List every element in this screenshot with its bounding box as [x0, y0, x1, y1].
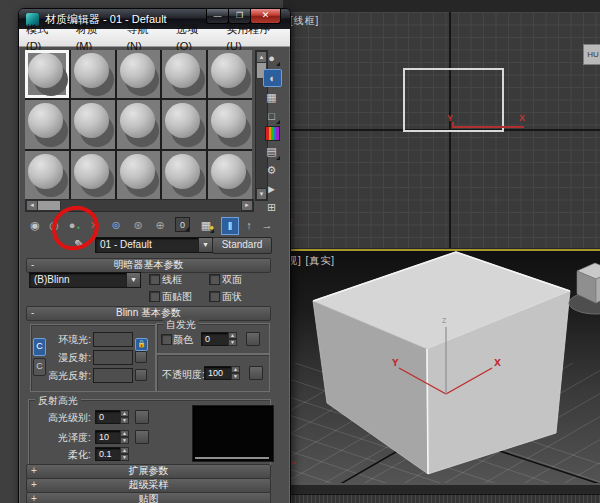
- self-illum-color-checkbox[interactable]: [161, 334, 172, 345]
- material-sample-slot-6[interactable]: [71, 100, 115, 148]
- material-sample-slot-9[interactable]: [208, 100, 252, 148]
- show-map-in-viewport-icon[interactable]: ▦●: [198, 217, 214, 233]
- glossiness-field[interactable]: 10: [95, 430, 122, 444]
- material-sample-slot-4[interactable]: [208, 50, 252, 98]
- soften-label: 柔化:: [68, 448, 91, 462]
- go-to-parent-icon[interactable]: ↑: [241, 217, 257, 233]
- self-illumination-group: 自发光 颜色 0 ▲▼: [156, 323, 270, 354]
- rollout-shader-basic-params[interactable]: - 明暗器基本参数: [26, 258, 271, 273]
- get-material-icon[interactable]: ◉: [27, 217, 43, 233]
- material-name-dropdown[interactable]: 01 - Default ▼: [95, 237, 213, 253]
- glossiness-map-button[interactable]: [135, 430, 149, 444]
- material-sample-slot-1[interactable]: [71, 50, 115, 98]
- collapse-icon[interactable]: -: [31, 307, 34, 319]
- face-map-label: 面贴图: [162, 290, 192, 304]
- collapse-icon[interactable]: -: [31, 259, 34, 271]
- ambient-diffuse-lock-button[interactable]: C: [33, 338, 46, 356]
- icon-glyph: ⊕: [155, 219, 164, 232]
- expand-icon[interactable]: +: [31, 493, 37, 503]
- specular-level-field[interactable]: 0: [95, 410, 122, 424]
- material-sample-slot-5[interactable]: [25, 100, 69, 148]
- specular-level-spinner[interactable]: ▲▼: [120, 410, 129, 424]
- material-id-channel-icon[interactable]: 0: [175, 217, 190, 232]
- icon-glyph: ◉: [30, 219, 40, 232]
- go-forward-to-sibling-icon[interactable]: →: [259, 217, 275, 233]
- color-components-panel: C C 环境光: 🔒 漫反射: 高光反射:: [30, 324, 156, 392]
- rollout-maps[interactable]: + 贴图: [26, 492, 271, 503]
- material-sample-slot-13[interactable]: [162, 151, 206, 199]
- material-map-navigator-icon[interactable]: ⊞: [263, 199, 280, 215]
- material-sample-slot-8[interactable]: [162, 100, 206, 148]
- diffuse-specular-lock-button[interactable]: C: [33, 358, 46, 376]
- opacity-spinner[interactable]: ▲▼: [231, 366, 240, 380]
- select-by-material-icon[interactable]: ►: [263, 181, 280, 197]
- diffuse-map-button[interactable]: [135, 351, 147, 363]
- expand-icon[interactable]: +: [31, 465, 37, 477]
- ambient-label: 环境光:: [58, 333, 91, 347]
- box-object-front-view[interactable]: [403, 68, 504, 132]
- video-color-check-icon[interactable]: [265, 126, 280, 141]
- make-material-copy-icon[interactable]: ⊚: [108, 217, 124, 233]
- rollout-blinn-basic-params[interactable]: - Blinn 基本参数: [26, 306, 271, 321]
- specular-color-swatch[interactable]: [93, 368, 133, 383]
- icon-glyph: ⊛: [133, 219, 142, 232]
- sample-horizontal-scrollbar[interactable]: ◄ ►: [25, 199, 254, 212]
- scene-box-object[interactable]: [313, 252, 570, 474]
- material-type-button[interactable]: Standard: [212, 237, 272, 254]
- make-unique-icon[interactable]: ⊛: [130, 217, 146, 233]
- ambient-color-swatch[interactable]: [93, 332, 133, 347]
- specular-level-map-button[interactable]: [135, 410, 149, 424]
- material-sample-slot-12[interactable]: [117, 151, 161, 199]
- front-viewport[interactable]: ][线框] Y X x HU: [283, 12, 600, 248]
- sample-type-icon[interactable]: ●: [263, 50, 280, 66]
- scroll-right-icon[interactable]: ►: [241, 200, 253, 211]
- self-illum-map-button[interactable]: [246, 332, 260, 346]
- screenshot-root: ][线框] Y X x HU: [0, 0, 600, 503]
- material-sample-slot-2[interactable]: [117, 50, 161, 98]
- material-sample-slot-11[interactable]: [71, 151, 115, 199]
- material-sample-slot-7[interactable]: [117, 100, 161, 148]
- specular-map-button[interactable]: [135, 369, 147, 381]
- ambient-lock-icon[interactable]: 🔒: [135, 338, 148, 351]
- glossiness-spinner[interactable]: ▲▼: [120, 430, 129, 444]
- rollout-supersampling[interactable]: + 超级采样: [26, 478, 271, 493]
- dropdown-arrow-icon[interactable]: ▼: [126, 273, 140, 287]
- material-sample-slot-0[interactable]: [25, 50, 69, 98]
- menu-bar: 模式(D)材质(M)导航(N)选项(O)实用程序(U): [19, 29, 290, 47]
- soften-spinner[interactable]: ▲▼: [120, 447, 129, 461]
- opacity-value-field[interactable]: 100: [204, 366, 233, 380]
- gizmo-z-label: z: [442, 316, 446, 325]
- opacity-group: 不透明度: 100 ▲▼: [156, 354, 270, 392]
- time-trackbar[interactable]: [283, 494, 600, 503]
- soften-field[interactable]: 0.1: [95, 447, 122, 461]
- background-checker-icon[interactable]: ▦: [263, 89, 280, 105]
- show-end-result-icon[interactable]: ‖: [221, 217, 239, 235]
- two-sided-checkbox[interactable]: [209, 274, 220, 285]
- put-to-library-icon[interactable]: ⊕: [152, 217, 168, 233]
- material-options-icon[interactable]: ⚙: [263, 162, 280, 178]
- perspective-viewport[interactable]: Y X z x 视] [真实]: [283, 249, 600, 487]
- self-illum-value-field[interactable]: 0: [201, 332, 230, 346]
- faceted-checkbox[interactable]: [209, 291, 220, 302]
- dropdown-arrow-icon[interactable]: ▼: [198, 238, 212, 252]
- gizmo-y-label: Y: [391, 358, 399, 368]
- material-sample-slot-10[interactable]: [25, 151, 69, 199]
- material-sample-slot-14[interactable]: [208, 151, 252, 199]
- sample-sphere: [120, 154, 155, 189]
- rollout-extended-params[interactable]: + 扩展参数: [26, 464, 271, 479]
- diffuse-color-swatch[interactable]: [93, 350, 133, 365]
- face-map-checkbox[interactable]: [149, 291, 160, 302]
- opacity-map-button[interactable]: [249, 366, 263, 380]
- highlight-curve: [195, 457, 269, 459]
- expand-icon[interactable]: +: [31, 479, 37, 491]
- self-illum-spinner[interactable]: ▲▼: [228, 332, 237, 346]
- material-sample-slot-3[interactable]: [162, 50, 206, 98]
- sample-uv-tiling-icon[interactable]: □: [263, 108, 280, 124]
- hscroll-thumb[interactable]: [37, 200, 61, 211]
- wire-checkbox[interactable]: [149, 274, 160, 285]
- viewcube[interactable]: [569, 263, 600, 314]
- make-preview-icon[interactable]: ▤: [263, 144, 280, 160]
- shader-type-dropdown[interactable]: (B)Blinn ▼: [29, 272, 141, 288]
- viewport-zone: ][线框] Y X x HU: [283, 0, 600, 503]
- backlight-icon[interactable]: ◐: [263, 69, 282, 87]
